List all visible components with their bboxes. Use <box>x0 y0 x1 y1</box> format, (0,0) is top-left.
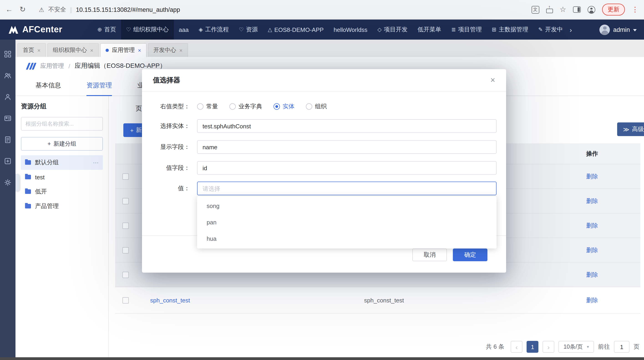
row-checkbox[interactable] <box>122 297 129 303</box>
nav-item-helloworldss[interactable]: helloWorldss <box>328 20 372 40</box>
radio-business-dict[interactable]: 业务字典 <box>230 102 262 110</box>
nav-item-workflow[interactable]: ◈工作流程 <box>194 20 234 40</box>
group-item-test[interactable]: test <box>21 170 103 184</box>
resource-name-link[interactable]: sph_const_test <box>150 297 190 304</box>
split-view-icon[interactable] <box>573 6 581 13</box>
nav-item-eos8-demo-app[interactable]: △EOS8-DEMO-APP <box>263 20 328 40</box>
nav-item-dev-center[interactable]: ✎开发中 <box>533 20 568 40</box>
nav-item-aaa[interactable]: aaa <box>174 20 194 40</box>
group-item-default[interactable]: 默认分组 ⋯ <box>21 155 103 170</box>
entity-row: 选择实体： <box>142 119 496 133</box>
dropdown-option-hua[interactable]: hua <box>197 230 496 247</box>
browser-menu-icon[interactable]: ⋮ <box>632 6 638 14</box>
dialog-title: 值选择器 <box>153 76 180 84</box>
confirm-button[interactable]: 确定 <box>453 248 488 261</box>
document-icon[interactable] <box>4 136 12 145</box>
close-icon[interactable]: × <box>179 47 182 54</box>
user-menu[interactable]: admin <box>592 24 644 35</box>
nav-item-lowcode-menu[interactable]: 低开菜单 <box>412 20 446 40</box>
nav-overflow-chevron-icon[interactable]: › <box>568 26 574 34</box>
tab-resource-mgmt[interactable]: 资源管理 <box>86 75 112 96</box>
close-icon[interactable]: × <box>90 47 93 54</box>
workspace-tab-home[interactable]: 首页× <box>17 43 46 57</box>
group-list: 默认分组 ⋯ test 低开 产品管理 <box>21 155 103 214</box>
row-checkbox[interactable] <box>122 198 129 204</box>
refresh-icon[interactable]: ↻ <box>20 6 26 13</box>
menu-grid-icon[interactable] <box>4 50 12 60</box>
field-label: 值字段： <box>142 164 190 172</box>
group-item-product-mgmt[interactable]: 产品管理 <box>21 199 103 214</box>
group-search-input[interactable] <box>21 117 103 130</box>
double-chevron-icon: ≫ <box>623 126 629 133</box>
delete-link[interactable]: 删除 <box>586 197 598 205</box>
field-label: 右值类型： <box>142 102 190 110</box>
radio-constant[interactable]: 常量 <box>197 102 218 110</box>
current-page[interactable]: 1 <box>526 341 538 353</box>
right-value-type-row: 右值类型： 常量 业务字典 实体 组织 <box>142 100 496 113</box>
delete-link[interactable]: 删除 <box>586 222 598 230</box>
project-dev-icon: ◇ <box>377 26 382 33</box>
app-logo[interactable]: AFCenter <box>0 24 70 34</box>
resource-icon: ♡ <box>239 26 244 33</box>
field-label: 显示字段： <box>142 143 190 151</box>
contact-card-icon[interactable] <box>4 115 12 124</box>
nav-item-project-mgmt[interactable]: ≣项目管理 <box>446 20 487 40</box>
close-icon[interactable]: × <box>37 47 40 54</box>
resource-group-panel: 资源分组 + 新建分组 默认分组 ⋯ test 低开 产品管理 <box>16 96 109 357</box>
profile-icon[interactable] <box>588 6 595 14</box>
translate-icon[interactable]: 文 <box>531 6 539 14</box>
delete-link[interactable]: 删除 <box>586 246 598 254</box>
nav-item-resource[interactable]: ♡资源 <box>234 20 263 40</box>
page-size-select[interactable]: 10条/页 ▾ <box>558 341 594 353</box>
breadcrumb-separator: / <box>68 62 70 70</box>
radio-icon <box>306 103 312 110</box>
display-field-input[interactable] <box>197 140 496 154</box>
gear-icon[interactable] <box>4 179 12 188</box>
close-icon[interactable]: × <box>138 47 141 54</box>
user-icon[interactable] <box>4 93 12 102</box>
next-page-button[interactable]: › <box>542 341 554 353</box>
cancel-button[interactable]: 取消 <box>412 248 447 261</box>
nav-item-home[interactable]: ⊕首页 <box>92 20 121 40</box>
delete-link[interactable]: 删除 <box>586 270 598 279</box>
security-label: 不安全 <box>48 6 66 14</box>
radio-entity[interactable]: 实体 <box>274 102 294 110</box>
nav-item-project-dev[interactable]: ◇项目开发 <box>372 20 412 40</box>
chrome-update-button[interactable]: 更新 <box>602 4 625 16</box>
radio-organization[interactable]: 组织 <box>306 102 327 110</box>
close-icon[interactable]: × <box>490 76 495 84</box>
prev-page-button[interactable]: ‹ <box>511 341 522 353</box>
tab-basic-info[interactable]: 基本信息 <box>36 75 61 96</box>
delete-link[interactable]: 删除 <box>586 172 598 180</box>
back-icon[interactable]: ← <box>6 6 13 13</box>
dropdown-option-song[interactable]: song <box>197 198 496 214</box>
dropdown-option-pan[interactable]: pan <box>197 214 496 230</box>
row-checkbox[interactable] <box>122 272 129 278</box>
breadcrumb-parent[interactable]: 应用管理 <box>40 62 64 70</box>
value-field-input[interactable] <box>197 161 496 175</box>
group-item-lowcode[interactable]: 低开 <box>21 184 103 199</box>
plus-box-icon[interactable] <box>4 158 12 166</box>
row-checkbox[interactable] <box>122 222 129 229</box>
new-group-button[interactable]: + 新建分组 <box>21 137 103 151</box>
more-icon[interactable]: ⋯ <box>93 159 99 166</box>
value-select-input[interactable] <box>197 182 496 195</box>
sidebar-collapse-handle[interactable] <box>16 174 20 191</box>
row-checkbox[interactable] <box>122 173 129 180</box>
workspace-tab-dev-center[interactable]: 开发中心× <box>148 43 188 57</box>
workspace-tab-app-mgmt[interactable]: 应用管理× <box>100 43 146 57</box>
window-bottom-edge <box>0 357 644 360</box>
nav-item-master-data[interactable]: ⊞主数据管理 <box>487 20 533 40</box>
workspace-tab-org-auth[interactable]: 组织权限中心× <box>47 43 99 57</box>
bookmark-star-icon[interactable]: ☆ <box>560 6 566 13</box>
share-icon[interactable]: ↑ <box>546 6 553 13</box>
row-checkbox[interactable] <box>122 247 129 253</box>
entity-input[interactable] <box>197 119 496 133</box>
goto-page-input[interactable] <box>614 341 630 353</box>
address-bar[interactable]: ⚠ 不安全 | 10.15.15.151:13082/#/menu_auth/a… <box>32 6 525 14</box>
chevron-down-icon <box>633 29 637 31</box>
org-users-icon[interactable] <box>4 72 12 81</box>
nav-item-org-auth-center[interactable]: ♡组织权限中心 <box>121 20 174 40</box>
delete-link[interactable]: 删除 <box>586 296 598 304</box>
advanced-search-button[interactable]: ≫ 高级 <box>617 122 644 136</box>
